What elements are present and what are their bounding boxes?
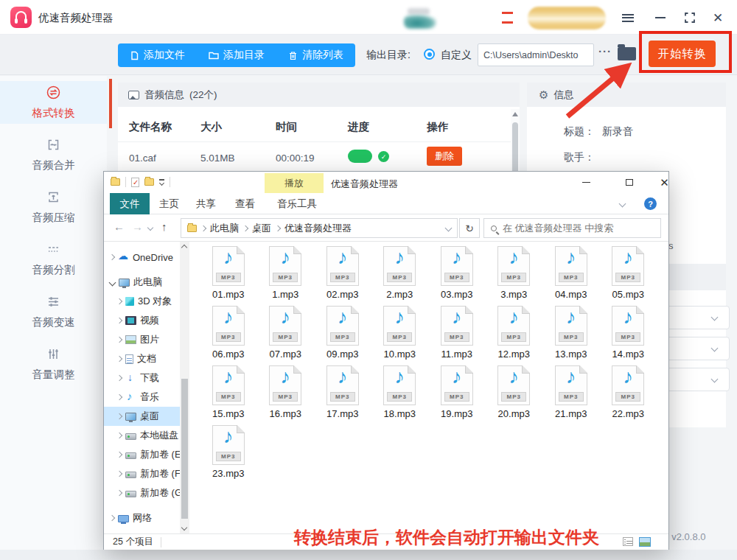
ribbon-collapse-icon[interactable] xyxy=(619,200,626,208)
file-item[interactable]: ♪MP321.mp3 xyxy=(542,365,600,419)
tree-item-音乐[interactable]: 音乐 xyxy=(104,388,180,407)
blurred-vip-button[interactable] xyxy=(528,7,606,29)
add-file-button[interactable]: 添加文件 xyxy=(118,43,197,67)
expander-icon[interactable] xyxy=(116,433,122,438)
expander-icon[interactable] xyxy=(116,413,122,419)
file-item[interactable]: ♪MP313.mp3 xyxy=(542,306,600,360)
sidebar-item-4[interactable]: 音频分割 xyxy=(0,238,107,281)
tree-item-图片[interactable]: 图片 xyxy=(104,330,180,349)
new-folder-icon[interactable] xyxy=(144,178,154,186)
file-item[interactable]: ♪MP304.mp3 xyxy=(542,246,600,300)
breadcrumb-item[interactable]: 桌面 xyxy=(252,222,271,235)
sidebar-item-3[interactable]: 音频压缩 xyxy=(0,186,107,228)
file-item[interactable]: ♪MP33.mp3 xyxy=(486,246,543,300)
tree-item-此电脑[interactable]: 此电脑 xyxy=(104,273,180,292)
thumbnail-view-icon[interactable] xyxy=(639,537,651,547)
sidebar-item-1[interactable]: 格式转换 xyxy=(0,81,107,124)
file-item[interactable]: ♪MP315.mp3 xyxy=(200,365,257,419)
file-item[interactable]: ♪MP311.mp3 xyxy=(428,306,486,360)
customize-quickaccess-icon[interactable] xyxy=(159,179,164,185)
expander-icon[interactable] xyxy=(116,337,122,343)
folder-icon[interactable] xyxy=(111,178,120,186)
tree-item-OneDrive[interactable]: OneDrive xyxy=(104,248,180,267)
file-item[interactable]: ♪MP312.mp3 xyxy=(486,306,543,360)
file-item[interactable]: ♪MP305.mp3 xyxy=(600,246,657,300)
tree-item-文档[interactable]: 文档 xyxy=(104,349,180,368)
tree-item-新加卷 (E[interactable]: 新加卷 (E xyxy=(104,445,180,464)
address-bar[interactable]: 此电脑桌面优速音频处理器 xyxy=(181,218,458,238)
expander-icon[interactable] xyxy=(116,375,122,381)
back-icon[interactable]: ← xyxy=(113,220,125,233)
search-input[interactable]: 在 优速音频处理器 中搜索 xyxy=(483,218,661,238)
tab-music-tools[interactable]: 音乐工具 xyxy=(271,193,323,214)
tree-scrollbar[interactable] xyxy=(180,242,189,533)
maximize-button[interactable] xyxy=(681,9,699,27)
file-item[interactable]: ♪MP317.mp3 xyxy=(314,365,371,419)
file-item[interactable]: ♪MP32.mp3 xyxy=(371,246,429,300)
tree-item-网络[interactable]: 网络 xyxy=(104,508,180,528)
file-item[interactable]: ♪MP323.mp3 xyxy=(200,425,257,479)
file-item[interactable]: ♪MP301.mp3 xyxy=(200,246,257,300)
file-item[interactable]: ♪MP316.mp3 xyxy=(257,365,315,419)
help-icon[interactable]: ? xyxy=(644,197,657,210)
file-item[interactable]: ♪MP309.mp3 xyxy=(314,306,371,360)
expander-icon[interactable] xyxy=(116,318,122,323)
file-item[interactable]: ♪MP318.mp3 xyxy=(371,365,429,419)
sidebar-item-5[interactable]: 音频变速 xyxy=(0,290,107,333)
add-folder-button[interactable]: 添加目录 xyxy=(197,43,276,67)
tree-item-下载[interactable]: 下载 xyxy=(104,368,180,388)
expander-icon[interactable] xyxy=(116,452,122,458)
scroll-thumb[interactable] xyxy=(181,379,188,519)
file-item[interactable]: ♪MP307.mp3 xyxy=(257,306,315,360)
file-item[interactable]: ♪MP314.mp3 xyxy=(600,306,657,360)
file-item[interactable]: ♪MP31.mp3 xyxy=(257,246,315,300)
file-item[interactable]: ♪MP306.mp3 xyxy=(200,306,257,360)
breadcrumb-item[interactable]: 此电脑 xyxy=(210,222,239,235)
custom-radio[interactable] xyxy=(424,49,435,60)
tree-item-3D 对象[interactable]: 3D 对象 xyxy=(104,292,180,311)
clear-list-button[interactable]: 清除列表 xyxy=(276,43,355,67)
scroll-up-icon[interactable] xyxy=(512,112,518,116)
tab-view[interactable]: 查看 xyxy=(235,193,255,214)
refresh-icon[interactable]: ↻ xyxy=(459,218,480,238)
sidebar-item-2[interactable]: 音频合并 xyxy=(0,133,107,176)
tab-home[interactable]: 主页 xyxy=(159,193,179,214)
tree-item-本地磁盘[interactable]: 本地磁盘 xyxy=(104,426,180,445)
scroll-down-icon[interactable] xyxy=(181,525,187,531)
tab-share[interactable]: 共享 xyxy=(196,193,216,214)
file-item[interactable]: ♪MP303.mp3 xyxy=(428,246,486,300)
forward-icon[interactable]: → xyxy=(132,220,143,233)
tree-item-桌面[interactable]: 桌面 xyxy=(104,407,180,426)
expander-icon[interactable] xyxy=(116,356,122,362)
expander-icon[interactable] xyxy=(116,394,122,400)
tab-file[interactable]: 文件 xyxy=(110,193,150,214)
expander-icon[interactable] xyxy=(109,254,115,260)
minimize-button[interactable] xyxy=(652,9,669,27)
explorer-maximize-button[interactable] xyxy=(612,172,646,193)
file-item[interactable]: ♪MP310.mp3 xyxy=(371,306,429,360)
expander-icon[interactable] xyxy=(109,279,116,286)
expander-icon[interactable] xyxy=(109,515,115,521)
contextual-tab-group[interactable]: 播放 xyxy=(265,173,324,193)
properties-check-icon[interactable] xyxy=(131,178,139,187)
address-dropdown-icon[interactable] xyxy=(445,225,453,232)
menu-icon[interactable] xyxy=(619,9,637,27)
tree-item-新加卷 (G[interactable]: 新加卷 (G xyxy=(104,483,180,503)
expander-icon[interactable] xyxy=(116,490,122,496)
tree-item-新加卷 (F[interactable]: 新加卷 (F xyxy=(104,464,180,483)
expander-icon[interactable] xyxy=(116,298,122,304)
delete-button[interactable]: 删除 xyxy=(427,147,462,166)
file-item[interactable]: ♪MP322.mp3 xyxy=(600,365,657,419)
browse-more-button[interactable]: ··· xyxy=(598,45,612,57)
up-icon[interactable]: ↑ xyxy=(161,220,167,233)
history-chevron-icon[interactable] xyxy=(147,225,153,231)
scroll-up-icon[interactable] xyxy=(181,245,187,251)
explorer-minimize-button[interactable] xyxy=(570,172,603,193)
file-item[interactable]: ♪MP320.mp3 xyxy=(486,365,543,419)
file-item[interactable]: ♪MP319.mp3 xyxy=(428,365,486,419)
breadcrumb-item[interactable]: 优速音频处理器 xyxy=(284,222,352,235)
expander-icon[interactable] xyxy=(116,471,122,477)
tree-item-视频[interactable]: 视频 xyxy=(104,311,180,330)
close-button[interactable]: ✕ xyxy=(709,9,727,27)
explorer-close-button[interactable]: ✕ xyxy=(648,172,681,193)
